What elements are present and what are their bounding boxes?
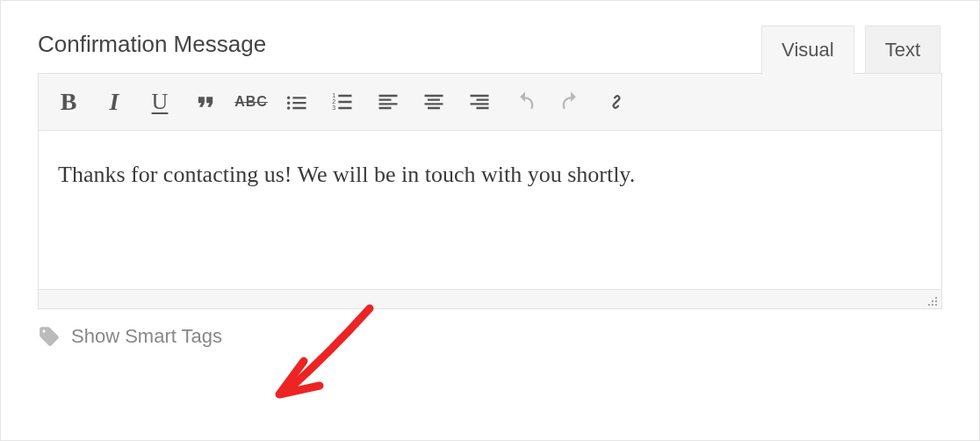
svg-point-4 [932, 300, 933, 302]
bold-icon: B [61, 88, 77, 116]
italic-button[interactable]: I [93, 81, 135, 123]
svg-text:2: 2 [332, 98, 335, 105]
align-left-button[interactable] [367, 81, 409, 123]
align-center-icon [422, 90, 446, 114]
tab-text[interactable]: Text [865, 25, 940, 74]
confirmation-message-panel: Confirmation Message Visual Text B I U A… [0, 0, 980, 441]
resize-bar [39, 289, 941, 308]
bullet-list-icon [285, 90, 309, 114]
smart-tags-label: Show Smart Tags [71, 325, 222, 348]
tab-visual[interactable]: Visual [761, 25, 854, 74]
resize-grip-icon [924, 293, 938, 307]
editor-textarea[interactable]: Thanks for contacting us! We will be in … [39, 131, 941, 289]
editor-tabs: Visual Text [761, 25, 940, 74]
redo-icon [558, 90, 583, 114]
editor-container: B I U ABC 1 2 3 [38, 73, 942, 309]
svg-point-7 [932, 304, 933, 306]
tag-icon [38, 325, 61, 348]
align-right-button[interactable] [458, 81, 501, 123]
editor-header: Confirmation Message Visual Text [38, 25, 942, 74]
svg-point-6 [928, 304, 930, 306]
svg-point-8 [935, 304, 937, 306]
numbered-list-icon: 1 2 3 [330, 90, 355, 114]
show-smart-tags-link[interactable]: Show Smart Tags [38, 325, 942, 348]
align-left-icon [376, 90, 400, 114]
underline-icon: U [152, 89, 169, 115]
section-title: Confirmation Message [38, 31, 266, 74]
link-button[interactable] [595, 81, 638, 123]
strikethrough-button[interactable]: ABC [230, 81, 272, 123]
svg-point-3 [935, 297, 937, 299]
numbered-list-button[interactable]: 1 2 3 [321, 81, 364, 123]
svg-point-5 [935, 300, 937, 302]
editor-toolbar: B I U ABC 1 2 3 [39, 74, 941, 131]
link-icon [604, 90, 629, 114]
blockquote-button[interactable] [184, 81, 227, 123]
underline-button[interactable]: U [139, 81, 181, 123]
bold-button[interactable]: B [47, 81, 90, 123]
svg-text:3: 3 [332, 105, 335, 111]
undo-icon [513, 90, 537, 114]
italic-icon: I [110, 88, 119, 116]
bullet-list-button[interactable] [276, 81, 318, 123]
annotation-arrow [269, 300, 392, 414]
svg-text:1: 1 [332, 92, 335, 98]
align-center-button[interactable] [413, 81, 455, 123]
redo-button[interactable] [550, 81, 592, 123]
align-right-icon [467, 90, 492, 114]
strikethrough-icon: ABC [234, 94, 268, 110]
quote-icon [193, 90, 218, 114]
undo-button[interactable] [504, 81, 546, 123]
resize-handle[interactable] [924, 293, 938, 307]
